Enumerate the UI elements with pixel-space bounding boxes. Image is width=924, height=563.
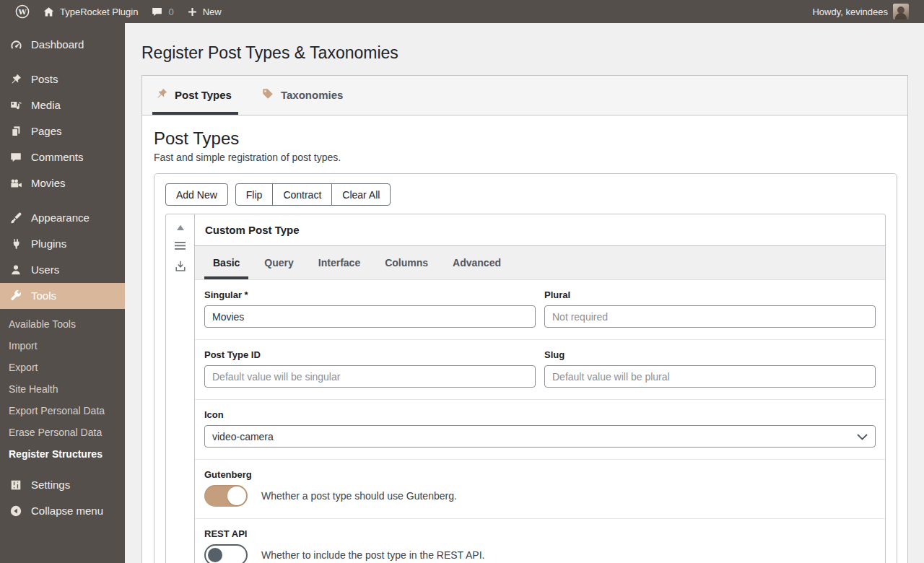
- sidebar-item-label: Users: [31, 263, 59, 277]
- row-id-slug: Post Type ID Slug: [195, 340, 885, 400]
- sidebar-item-label: Settings: [31, 478, 70, 492]
- howdy-text: Howdy, kevindees: [812, 6, 888, 17]
- panel-tab-columns[interactable]: Columns: [376, 246, 437, 279]
- pushpin-icon: [9, 72, 23, 87]
- post-types-fieldset: Add New Flip Contract Clear All: [154, 173, 897, 563]
- submenu-item-register-structures[interactable]: Register Structures: [0, 443, 125, 465]
- main-content: Register Post Types & Taxonomies Post Ty…: [125, 23, 924, 563]
- post-type-id-label: Post Type ID: [204, 349, 536, 360]
- page-title: Register Post Types & Taxonomies: [141, 43, 908, 64]
- panel-tab-query[interactable]: Query: [256, 246, 302, 279]
- sidebar-item-tools[interactable]: Tools: [0, 283, 125, 309]
- plural-label: Plural: [544, 289, 876, 300]
- toggle-knob: [227, 486, 246, 505]
- settings-sliders-icon: [9, 478, 23, 492]
- sidebar-item-movies[interactable]: Movies: [0, 170, 125, 196]
- sidebar-separator: [0, 58, 125, 66]
- gutenberg-description: Whether a post type should use Gutenberg…: [261, 490, 457, 502]
- post-type-id-input[interactable]: [204, 365, 536, 388]
- sidebar-item-users[interactable]: Users: [0, 257, 125, 283]
- comment-bubble-icon: [151, 6, 163, 18]
- site-menu[interactable]: TypeRocket Plugin: [36, 0, 144, 23]
- pin-down-icon[interactable]: [175, 261, 186, 271]
- tab-post-types[interactable]: Post Types: [152, 76, 238, 115]
- rest-api-toggle[interactable]: [204, 544, 248, 563]
- submenu-item-erase-personal-data[interactable]: Erase Personal Data: [0, 422, 125, 443]
- paintbrush-icon: [9, 211, 23, 225]
- sidebar-item-dashboard[interactable]: Dashboard: [0, 32, 125, 58]
- sidebar-item-label: Comments: [31, 150, 84, 165]
- drag-handle-icon[interactable]: [175, 242, 186, 250]
- media-icon: [9, 98, 23, 113]
- register-card: Post Types Taxonomies Post Types Fast an…: [141, 75, 908, 563]
- new-menu[interactable]: New: [180, 0, 228, 23]
- singular-label: Singular *: [204, 289, 536, 300]
- sidebar-item-label: Plugins: [31, 237, 66, 251]
- comments-menu[interactable]: 0: [144, 0, 180, 23]
- video-camera-icon: [9, 176, 23, 191]
- pages-icon: [9, 124, 23, 139]
- sidebar-item-plugins[interactable]: Plugins: [0, 231, 125, 257]
- panel-controls-gutter: [166, 214, 195, 563]
- tab-taxonomies[interactable]: Taxonomies: [258, 76, 349, 115]
- slug-label: Slug: [544, 349, 876, 360]
- plural-input[interactable]: [544, 305, 876, 328]
- icon-label: Icon: [204, 409, 876, 420]
- rest-api-label: REST API: [204, 528, 876, 539]
- sidebar-item-pages[interactable]: Pages: [0, 118, 125, 144]
- panel-tab-basic[interactable]: Basic: [204, 246, 248, 279]
- wrench-icon: [9, 289, 23, 303]
- wordpress-logo-icon: W: [15, 4, 30, 19]
- collapse-arrow-icon: [9, 504, 23, 518]
- user-icon: [9, 263, 23, 277]
- panel-tab-advanced[interactable]: Advanced: [444, 246, 510, 279]
- howdy-menu[interactable]: Howdy, kevindees: [806, 0, 915, 23]
- clear-all-button[interactable]: Clear All: [331, 183, 391, 206]
- tab-label: Taxonomies: [281, 89, 343, 101]
- tab-label: Post Types: [175, 89, 232, 101]
- submenu-item-export-personal-data[interactable]: Export Personal Data: [0, 400, 125, 422]
- singular-input[interactable]: [204, 305, 536, 328]
- submenu-item-export[interactable]: Export: [0, 357, 125, 378]
- row-rest-api: REST API Whether to include the post typ…: [195, 519, 885, 563]
- toolbar-button-group: Flip Contract Clear All: [235, 183, 391, 206]
- panel-tab-interface[interactable]: Interface: [310, 246, 369, 279]
- section-heading: Post Types: [154, 128, 897, 149]
- home-icon: [43, 6, 55, 18]
- rest-api-description: Whether to include the post type in the …: [261, 549, 484, 561]
- sidebar-item-appearance[interactable]: Appearance: [0, 205, 125, 231]
- sidebar-item-comments[interactable]: Comments: [0, 144, 125, 170]
- wordpress-logo-menu[interactable]: W: [9, 0, 36, 23]
- collapse-caret-icon[interactable]: [176, 224, 185, 231]
- sidebar-item-label: Dashboard: [31, 38, 84, 52]
- sidebar-item-media[interactable]: Media: [0, 92, 125, 118]
- flip-button[interactable]: Flip: [235, 183, 274, 206]
- site-name: TypeRocket Plugin: [60, 6, 138, 17]
- row-gutenberg: Gutenberg Whether a post type should use…: [195, 460, 885, 519]
- add-new-button[interactable]: Add New: [165, 183, 228, 206]
- panel-main: Custom Post Type Basic Query Interface C…: [195, 214, 885, 563]
- gutenberg-toggle[interactable]: [204, 485, 248, 507]
- user-avatar: [893, 4, 909, 19]
- sidebar-collapse-menu[interactable]: Collapse menu: [0, 498, 125, 524]
- sidebar-item-label: Movies: [31, 176, 66, 191]
- row-singular-plural: Singular * Plural: [195, 280, 885, 340]
- repeater-toolbar: Add New Flip Contract Clear All: [165, 183, 886, 206]
- toggle-knob: [208, 548, 222, 562]
- sidebar-item-label: Pages: [31, 124, 62, 139]
- submenu-item-site-health[interactable]: Site Health: [0, 378, 125, 400]
- icon-select[interactable]: video-camera: [204, 425, 876, 448]
- icon-select-value: video-camera: [212, 431, 274, 442]
- pushpin-tab-icon: [155, 87, 168, 102]
- sidebar-item-settings[interactable]: Settings: [0, 472, 125, 498]
- panel-tabbar: Basic Query Interface Columns Advanced: [195, 246, 885, 280]
- sidebar-item-label: Posts: [31, 72, 58, 87]
- submenu-item-import[interactable]: Import: [0, 335, 125, 357]
- custom-post-type-panel: Custom Post Type Basic Query Interface C…: [165, 214, 886, 563]
- svg-text:W: W: [17, 8, 27, 16]
- contract-button[interactable]: Contract: [272, 183, 332, 206]
- main-tabbar: Post Types Taxonomies: [142, 76, 907, 115]
- submenu-item-available-tools[interactable]: Available Tools: [0, 313, 125, 335]
- sidebar-item-posts[interactable]: Posts: [0, 66, 125, 92]
- slug-input[interactable]: [544, 365, 876, 388]
